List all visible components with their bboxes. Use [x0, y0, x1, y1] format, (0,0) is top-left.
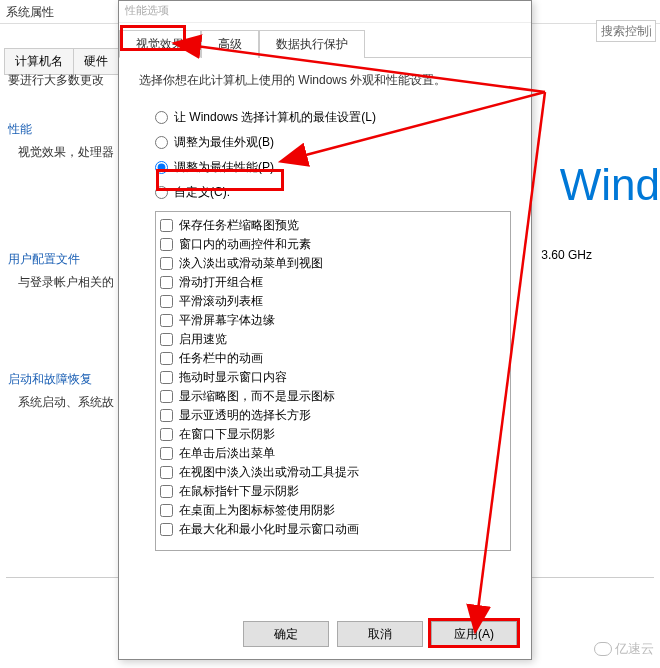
check-label-11: 在窗口下显示阴影: [179, 426, 275, 443]
radio-input-1[interactable]: [155, 136, 168, 149]
check-label-0: 保存任务栏缩略图预览: [179, 217, 299, 234]
tab-advanced[interactable]: 高级: [201, 30, 259, 58]
check-label-15: 在桌面上为图标标签使用阴影: [179, 502, 335, 519]
check-item-3[interactable]: 滑动打开组合框: [160, 273, 506, 292]
check-item-11[interactable]: 在窗口下显示阴影: [160, 425, 506, 444]
cpu-ghz-value: 3.60 GHz: [541, 248, 592, 262]
checkbox-13[interactable]: [160, 466, 173, 479]
checkbox-8[interactable]: [160, 371, 173, 384]
checkbox-6[interactable]: [160, 333, 173, 346]
checkbox-9[interactable]: [160, 390, 173, 403]
radio-group: 让 Windows 选择计算机的最佳设置(L) 调整为最佳外观(B) 调整为最佳…: [155, 105, 511, 205]
check-label-16: 在最大化和最小化时显示窗口动画: [179, 521, 359, 538]
radio-input-2[interactable]: [155, 161, 168, 174]
radio-label-2: 调整为最佳性能(P): [174, 159, 274, 176]
performance-options-dialog: 性能选项 视觉效果 高级 数据执行保护 选择你想在此计算机上使用的 Window…: [118, 0, 532, 660]
check-item-6[interactable]: 启用速览: [160, 330, 506, 349]
ok-button[interactable]: 确定: [243, 621, 329, 647]
check-item-13[interactable]: 在视图中淡入淡出或滑动工具提示: [160, 463, 506, 482]
bg-tab-computer-name[interactable]: 计算机名: [4, 48, 74, 75]
check-label-3: 滑动打开组合框: [179, 274, 263, 291]
check-item-8[interactable]: 拖动时显示窗口内容: [160, 368, 506, 387]
check-label-9: 显示缩略图，而不是显示图标: [179, 388, 335, 405]
radio-input-3[interactable]: [155, 186, 168, 199]
cancel-button[interactable]: 取消: [337, 621, 423, 647]
checkbox-12[interactable]: [160, 447, 173, 460]
check-item-9[interactable]: 显示缩略图，而不是显示图标: [160, 387, 506, 406]
check-item-16[interactable]: 在最大化和最小化时显示窗口动画: [160, 520, 506, 539]
check-item-7[interactable]: 任务栏中的动画: [160, 349, 506, 368]
tab-dep[interactable]: 数据执行保护: [259, 30, 365, 58]
checkbox-16[interactable]: [160, 523, 173, 536]
checkbox-1[interactable]: [160, 238, 173, 251]
check-item-2[interactable]: 淡入淡出或滑动菜单到视图: [160, 254, 506, 273]
radio-best-performance[interactable]: 调整为最佳性能(P): [155, 155, 511, 180]
watermark-text: 亿速云: [615, 640, 654, 658]
checkbox-4[interactable]: [160, 295, 173, 308]
windows-logo-text: Wind: [560, 160, 660, 210]
check-label-5: 平滑屏幕字体边缘: [179, 312, 275, 329]
radio-label-0: 让 Windows 选择计算机的最佳设置(L): [174, 109, 376, 126]
checkbox-10[interactable]: [160, 409, 173, 422]
tab-visual-effects[interactable]: 视觉效果: [119, 30, 201, 58]
check-label-8: 拖动时显示窗口内容: [179, 369, 287, 386]
check-label-1: 窗口内的动画控件和元素: [179, 236, 311, 253]
check-item-14[interactable]: 在鼠标指针下显示阴影: [160, 482, 506, 501]
check-item-4[interactable]: 平滑滚动列表框: [160, 292, 506, 311]
dialog-title: 性能选项: [119, 1, 531, 23]
dialog-tabs: 视觉效果 高级 数据执行保护: [119, 29, 531, 58]
check-item-15[interactable]: 在桌面上为图标标签使用阴影: [160, 501, 506, 520]
bg-tab-hardware[interactable]: 硬件: [73, 48, 119, 75]
radio-label-3: 自定义(C):: [174, 184, 230, 201]
checkbox-2[interactable]: [160, 257, 173, 270]
radio-let-windows-choose[interactable]: 让 Windows 选择计算机的最佳设置(L): [155, 105, 511, 130]
radio-custom[interactable]: 自定义(C):: [155, 180, 511, 205]
check-item-0[interactable]: 保存任务栏缩略图预览: [160, 216, 506, 235]
radio-best-appearance[interactable]: 调整为最佳外观(B): [155, 130, 511, 155]
check-label-6: 启用速览: [179, 331, 227, 348]
checkbox-3[interactable]: [160, 276, 173, 289]
dialog-description: 选择你想在此计算机上使用的 Windows 外观和性能设置。: [139, 72, 511, 89]
radio-input-0[interactable]: [155, 111, 168, 124]
check-label-14: 在鼠标指针下显示阴影: [179, 483, 299, 500]
checkbox-5[interactable]: [160, 314, 173, 327]
checkbox-15[interactable]: [160, 504, 173, 517]
check-label-13: 在视图中淡入淡出或滑动工具提示: [179, 464, 359, 481]
apply-button[interactable]: 应用(A): [431, 621, 517, 647]
check-item-1[interactable]: 窗口内的动画控件和元素: [160, 235, 506, 254]
visual-effects-checklist[interactable]: 保存任务栏缩略图预览 窗口内的动画控件和元素 淡入淡出或滑动菜单到视图 滑动打开…: [155, 211, 511, 551]
checkbox-11[interactable]: [160, 428, 173, 441]
check-label-10: 显示亚透明的选择长方形: [179, 407, 311, 424]
check-label-12: 在单击后淡出菜单: [179, 445, 275, 462]
check-item-5[interactable]: 平滑屏幕字体边缘: [160, 311, 506, 330]
search-input[interactable]: [596, 20, 656, 42]
check-label-2: 淡入淡出或滑动菜单到视图: [179, 255, 323, 272]
checkbox-14[interactable]: [160, 485, 173, 498]
check-label-4: 平滑滚动列表框: [179, 293, 263, 310]
check-item-10[interactable]: 显示亚透明的选择长方形: [160, 406, 506, 425]
watermark-icon: [594, 642, 612, 656]
checkbox-0[interactable]: [160, 219, 173, 232]
radio-label-1: 调整为最佳外观(B): [174, 134, 274, 151]
check-label-7: 任务栏中的动画: [179, 350, 263, 367]
checkbox-7[interactable]: [160, 352, 173, 365]
check-item-12[interactable]: 在单击后淡出菜单: [160, 444, 506, 463]
watermark: 亿速云: [594, 640, 654, 658]
